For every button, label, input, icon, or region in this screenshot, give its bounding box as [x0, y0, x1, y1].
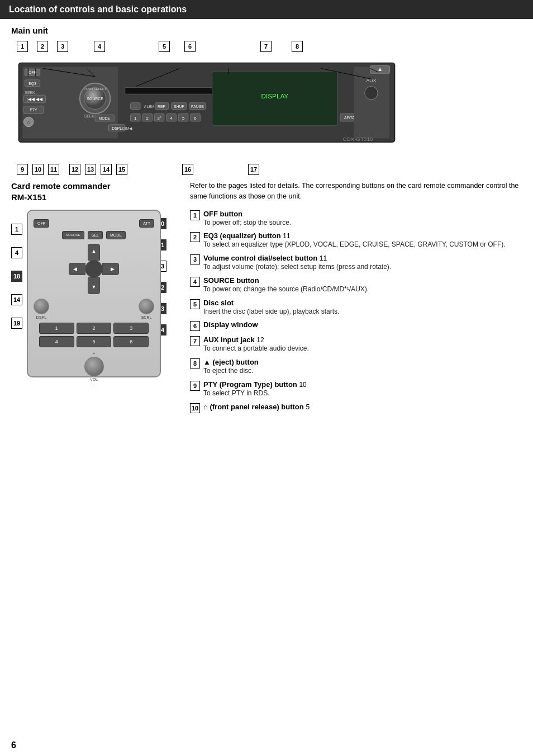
control-desc-3: To adjust volume (rotate); select setup … — [203, 262, 522, 272]
control-desc-1: To power off; stop the source. — [203, 218, 522, 228]
control-item-8: 8 ▲ (eject) button To eject the disc. — [190, 358, 522, 376]
svg-text:REP: REP — [158, 105, 165, 108]
svg-text:—: — — [134, 105, 137, 108]
control-num-5: 5 — [190, 299, 200, 309]
callout-10: 10 — [32, 164, 44, 175]
card-remote-title: Card remote commander RM-X151 — [11, 181, 179, 202]
callout-12: 12 — [69, 164, 80, 175]
control-title-4: SOURCE button — [203, 276, 259, 285]
control-item-9: 9 PTY (Program Type) button 10 To select… — [190, 380, 522, 398]
control-num-2: 2 — [190, 232, 200, 242]
remote-label-19: 19 — [11, 318, 22, 329]
intro-text: Refer to the pages listed for details. T… — [190, 181, 522, 202]
remote-vol-section: + VOL – — [34, 352, 154, 386]
card-remote-diagram-area: 1 4 18 14 19 20 21 13 22 23 24 — [11, 207, 168, 397]
remote-vol-knob[interactable] — [84, 357, 104, 376]
two-column-section: Card remote commander RM-X151 1 4 18 14 … — [11, 181, 522, 418]
remote-btn-4[interactable]: 4 — [39, 336, 74, 347]
callout-15: 15 — [116, 164, 127, 175]
svg-text:⌂: ⌂ — [27, 119, 30, 125]
remote-label-1: 1 — [11, 224, 22, 235]
svg-text:DSPL: DSPL — [112, 126, 122, 130]
callout-1: 1 — [17, 41, 28, 52]
control-title-7: AUX input jack 12 — [203, 336, 264, 344]
svg-text:1: 1 — [134, 116, 136, 121]
remote-mode-btn[interactable]: MODE — [106, 231, 126, 239]
controls-description: Refer to the pages listed for details. T… — [190, 181, 522, 418]
remote-att-btn[interactable]: ATT — [139, 219, 154, 228]
callout-14: 14 — [101, 164, 112, 175]
callout-17: 17 — [248, 164, 259, 175]
svg-text:SOURCE: SOURCE — [87, 97, 104, 101]
control-title-9: PTY (Program Type) button 10 — [203, 380, 307, 389]
svg-text:3°: 3° — [157, 116, 161, 121]
control-desc-4: To power on; change the source (Radio/CD… — [203, 285, 522, 294]
remote-btn-6[interactable]: 6 — [113, 336, 149, 347]
callout-3: 3 — [57, 41, 68, 52]
remote-left-labels: 1 4 18 14 19 — [11, 224, 23, 329]
remote-btn-1[interactable]: 1 — [39, 323, 74, 334]
callout-4: 4 — [94, 41, 105, 52]
control-item-6: 6 Display window — [190, 320, 522, 331]
control-num-3: 3 — [190, 254, 200, 264]
control-num-1: 1 — [190, 210, 200, 220]
svg-text:EQ3: EQ3 — [28, 82, 36, 86]
svg-text:DISPLAY: DISPLAY — [261, 92, 289, 100]
remote-dspl-knob[interactable] — [34, 299, 49, 314]
top-callout-numbers: 1 2 3 4 5 6 7 8 — [17, 41, 304, 52]
control-item-3: 3 Volume control dial/select button 11 T… — [190, 254, 522, 272]
svg-text:AF/TA: AF/TA — [344, 116, 355, 120]
svg-text:DIM◀: DIM◀ — [122, 126, 132, 130]
dpad-left[interactable] — [69, 263, 85, 275]
svg-point-51 — [365, 87, 378, 100]
control-title-2: EQ3 (equalizer) button 11 — [203, 231, 291, 240]
card-remote-section: Card remote commander RM-X151 1 4 18 14 … — [11, 181, 179, 418]
svg-text:PAUSE: PAUSE — [191, 105, 204, 108]
control-item-1: 1 OFF button To power off; stop the sour… — [190, 210, 522, 228]
remote-off-btn[interactable]: OFF — [34, 219, 49, 228]
control-title-10: ⌂ (front panel release) button 5 — [203, 403, 310, 411]
remote-sel-btn[interactable]: SEL — [88, 231, 103, 239]
remote-label-4: 4 — [11, 247, 22, 258]
remote-label-14: 14 — [11, 294, 22, 305]
remote-btn-3[interactable]: 3 — [113, 323, 149, 334]
remote-btn-2[interactable]: 2 — [77, 323, 112, 334]
control-desc-5: Insert the disc (label side up), playbac… — [203, 307, 522, 316]
main-unit-svg: OFF EQ3 SEEK– |◀◀ ◀◀ PTY ⌂ SOURCE PUSH S… — [11, 55, 402, 164]
svg-text:CDX-GT310: CDX-GT310 — [343, 136, 373, 142]
svg-text:4: 4 — [170, 116, 173, 121]
control-num-8: 8 — [190, 358, 200, 368]
svg-text:SEEK–: SEEK– — [25, 91, 37, 94]
control-item-10: 10 ⌂ (front panel release) button 5 — [190, 403, 522, 413]
remote-number-grid: 1 2 3 4 5 6 — [39, 323, 149, 347]
control-title-5: Disc slot — [203, 299, 234, 307]
dpad-center — [85, 260, 103, 278]
remote-btn-5[interactable]: 5 — [77, 336, 112, 347]
control-item-2: 2 EQ3 (equalizer) button 11 To select an… — [190, 231, 522, 249]
control-title-8: ▲ (eject) button — [203, 358, 259, 366]
control-title-3: Volume control dial/select button 11 — [203, 254, 327, 262]
callout-5: 5 — [159, 41, 170, 52]
remote-scrl-knob[interactable] — [139, 299, 154, 314]
main-unit-diagram: 1 2 3 4 5 6 7 8 OFF EQ3 SEEK– |◀◀ ◀◀ — [11, 41, 402, 175]
svg-text:2: 2 — [146, 116, 149, 121]
remote-source-btn[interactable]: SOURCE — [62, 231, 84, 239]
control-desc-7: To connect a portable audio device. — [203, 344, 522, 353]
control-num-10: 10 — [190, 403, 200, 413]
remote-body: OFF ATT SOURCE SEL MODE — [27, 210, 161, 377]
callout-11: 11 — [48, 164, 59, 175]
control-desc-9: To select PTY in RDS. — [203, 389, 522, 398]
control-num-9: 9 — [190, 381, 200, 391]
page-header: Location of controls and basic operation… — [0, 0, 533, 19]
control-num-6: 6 — [190, 321, 200, 331]
control-item-4: 4 SOURCE button To power on; change the … — [190, 276, 522, 294]
svg-text:6: 6 — [194, 116, 196, 121]
control-desc-8: To eject the disc. — [203, 366, 522, 376]
callout-9: 9 — [17, 164, 28, 175]
svg-text:PTY: PTY — [30, 108, 37, 112]
callout-13: 13 — [85, 164, 96, 175]
main-unit-title: Main unit — [11, 26, 522, 35]
callout-8: 8 — [292, 41, 303, 52]
svg-text:SHUF: SHUF — [174, 105, 184, 108]
control-title-6: Display window — [203, 320, 258, 329]
